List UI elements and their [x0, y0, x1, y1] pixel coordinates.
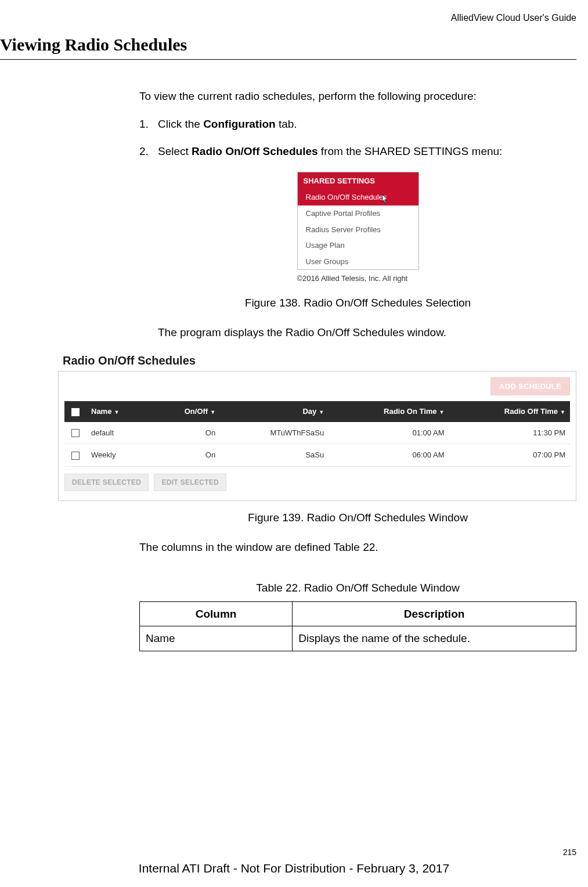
cell-off-time: 07:00 PM — [449, 444, 570, 467]
menu-item-label: Radio On/Off Schedules — [306, 193, 387, 201]
page-number: 215 — [563, 848, 576, 857]
header-guide-title: AlliedView Cloud User's Guide — [451, 13, 576, 23]
step-1: 1. Click the Configuration tab. — [139, 117, 576, 132]
after-fig138-text: The program displays the Radio On/Off Sc… — [158, 325, 576, 340]
schedules-panel-title: Radio On/Off Schedules — [58, 353, 576, 369]
step-2-num: 2. — [139, 144, 149, 159]
row-checkbox[interactable] — [71, 452, 80, 460]
intro-text: To view the current radio schedules, per… — [139, 89, 576, 104]
col-name[interactable]: Name▼ — [86, 401, 151, 422]
col-off-time[interactable]: Radio Off Time▼ — [449, 401, 570, 422]
sort-icon: ▼ — [560, 409, 565, 416]
table-22-row0-desc: Displays the name of the schedule. — [293, 626, 576, 651]
header-checkbox[interactable] — [64, 401, 86, 422]
cell-onoff: On — [151, 444, 220, 467]
sort-icon: ▼ — [114, 409, 119, 416]
figure-138-caption: Figure 138. Radio On/Off Schedules Selec… — [139, 295, 576, 311]
step-2-bold: Radio On/Off Schedules — [192, 145, 318, 157]
step-1-text-b: tab. — [276, 118, 297, 130]
sort-icon: ▼ — [319, 409, 324, 416]
menu-item-radio-schedules[interactable]: Radio On/Off Schedules — [298, 189, 419, 205]
cell-day: MTuWThFSaSu — [220, 422, 329, 444]
after-fig139-text: The columns in the window are defined Ta… — [139, 540, 576, 555]
step-2-text-b: from the SHARED SETTINGS menu: — [318, 145, 503, 157]
cell-day: SaSu — [220, 444, 329, 467]
row-checkbox[interactable] — [71, 429, 80, 437]
menu-item-radius-server[interactable]: Radius Server Profiles — [298, 222, 419, 238]
step-2: 2. Select Radio On/Off Schedules from th… — [139, 144, 576, 159]
cell-onoff: On — [151, 422, 220, 444]
step-1-bold: Configuration — [203, 118, 276, 130]
table-22: Column Description Name Displays the nam… — [139, 601, 576, 651]
figure-139-caption: Figure 139. Radio On/Off Schedules Windo… — [139, 510, 576, 525]
cell-on-time: 06:00 AM — [329, 444, 449, 467]
figure-139-panel: Radio On/Off Schedules ADD SCHEDULE Name… — [58, 353, 576, 501]
step-1-num: 1. — [139, 117, 149, 132]
footer-draft-notice: Internal ATI Draft - Not For Distributio… — [0, 861, 588, 875]
copyright-text: ©2016 Allied Telesis, Inc. All right — [297, 273, 419, 284]
pointer-cursor-icon — [379, 193, 389, 208]
col-day[interactable]: Day▼ — [220, 401, 329, 422]
table-22-head-description: Description — [293, 601, 576, 626]
table-22-head-column: Column — [140, 601, 293, 626]
table-row: Weekly On SaSu 06:00 AM 07:00 PM — [64, 444, 570, 467]
menu-item-usage-plan[interactable]: Usage Plan — [298, 237, 419, 254]
sort-icon: ▼ — [439, 409, 445, 416]
figure-138-menu: SHARED SETTINGS Radio On/Off Schedules C… — [297, 172, 419, 284]
menu-item-user-groups[interactable]: User Groups — [298, 254, 419, 270]
col-on-time[interactable]: Radio On Time▼ — [329, 401, 449, 422]
add-schedule-button[interactable]: ADD SCHEDULE — [490, 377, 570, 395]
menu-item-captive-portal[interactable]: Captive Portal Profiles — [298, 205, 419, 222]
step-1-text-a: Click the — [158, 118, 203, 130]
delete-selected-button[interactable]: DELETE SELECTED — [64, 474, 149, 491]
sort-icon: ▼ — [210, 409, 215, 416]
step-2-text-a: Select — [158, 145, 192, 157]
col-onoff[interactable]: On/Off▼ — [151, 401, 220, 422]
cell-on-time: 01:00 AM — [329, 422, 449, 444]
cell-name: Weekly — [86, 444, 151, 467]
edit-selected-button[interactable]: EDIT SELECTED — [154, 474, 226, 491]
shared-settings-header: SHARED SETTINGS — [298, 172, 419, 190]
section-heading: Viewing Radio Schedules — [0, 17, 576, 60]
table-22-caption: Table 22. Radio On/Off Schedule Window — [139, 580, 576, 596]
table-22-row0-col: Name — [140, 626, 293, 651]
cell-name: default — [86, 422, 151, 444]
table-row: default On MTuWThFSaSu 01:00 AM 11:30 PM — [64, 422, 570, 444]
cell-off-time: 11:30 PM — [449, 422, 570, 444]
